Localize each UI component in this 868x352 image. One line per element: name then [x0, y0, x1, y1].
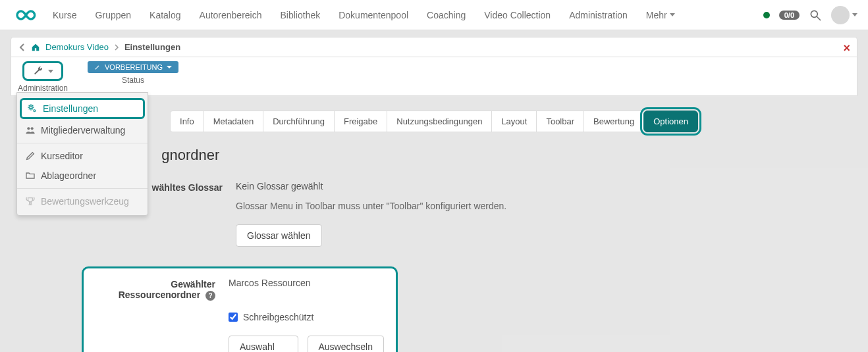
admin-dropdown-menu: Einstellungen Mitgliederverwaltung Kurse… — [16, 92, 148, 216]
admin-tool: Administration — [18, 61, 68, 93]
top-nav: Kurse Gruppen Katalog Autorenbereich Bib… — [0, 0, 868, 30]
nav-item-coaching[interactable]: Coaching — [427, 10, 466, 20]
dropdown-item-label: Mitgliederverwaltung — [41, 125, 125, 136]
edit-icon — [25, 151, 36, 161]
search-icon — [809, 9, 822, 22]
dropdown-item-bewertungswerkzeug[interactable]: Bewertungswerkzeug — [17, 191, 148, 211]
glossar-content: Kein Glossar gewählt Glossar Menu in Too… — [236, 181, 857, 247]
nav-right: 0/0 — [763, 6, 857, 24]
dropdown-separator — [17, 143, 148, 143]
online-status-dot — [763, 12, 770, 18]
svg-point-2 — [30, 106, 32, 109]
search-button[interactable] — [809, 9, 822, 22]
tab-optionen[interactable]: Optionen — [643, 111, 698, 132]
glossar-choose-button[interactable]: Glossar wählen — [236, 224, 322, 247]
section-title-suffix: gnordner — [161, 147, 219, 163]
tab-bewertung[interactable]: Bewertung — [583, 111, 644, 132]
nav-item-bibliothek[interactable]: Bibliothek — [281, 10, 321, 20]
nav-item-mehr-label: Mehr — [646, 10, 667, 20]
readonly-row: Schreibgeschützt — [229, 312, 384, 322]
svg-line-1 — [817, 16, 821, 20]
status-tool-label: Status — [122, 76, 144, 85]
chevron-right-icon — [114, 44, 119, 51]
resource-label-text: Gewählter Ressourcenordner — [119, 279, 215, 300]
breadcrumb-course[interactable]: Demokurs Video — [45, 42, 109, 52]
gears-icon — [27, 103, 38, 114]
dropdown-item-label: Ablageordner — [41, 170, 96, 181]
svg-point-5 — [31, 127, 34, 130]
caret-down-icon — [852, 13, 857, 16]
wrench-icon — [32, 66, 44, 76]
nav-item-mehr[interactable]: Mehr — [646, 10, 675, 20]
tab-layout[interactable]: Layout — [491, 111, 537, 132]
tab-nutzungsbedingungen[interactable]: Nutzungsbedingungen — [387, 111, 492, 132]
dropdown-item-kurseditor[interactable]: Kurseditor — [17, 146, 148, 166]
admin-dropdown-button[interactable] — [22, 61, 63, 81]
resource-label: Gewählter Ressourcenordner ? — [90, 278, 215, 301]
folder-icon — [25, 170, 36, 181]
notification-badge[interactable]: 0/0 — [779, 11, 800, 20]
pencil-icon — [94, 64, 101, 70]
dropdown-item-mitglieder[interactable]: Mitgliederverwaltung — [17, 120, 148, 140]
svg-point-4 — [27, 127, 30, 130]
nav-item-katalog[interactable]: Katalog — [149, 10, 180, 20]
resource-value: Marcos Ressourcen — [229, 278, 384, 288]
close-button[interactable]: × — [843, 41, 850, 55]
glossar-value: Kein Glossar gewählt — [236, 181, 857, 191]
help-icon[interactable]: ? — [205, 291, 215, 301]
dropdown-item-label: Kurseditor — [41, 151, 83, 161]
dropdown-item-label: Bewertungswerkzeug — [41, 196, 129, 207]
status-pill[interactable]: VORBEREITUNG — [88, 61, 178, 73]
svg-point-3 — [34, 110, 36, 112]
home-icon[interactable] — [31, 43, 40, 52]
svg-point-0 — [811, 11, 817, 17]
resource-folder-panel: Gewählter Ressourcenordner ? Marcos Ress… — [82, 266, 398, 352]
breadcrumb: Demokurs Video Einstellungen × — [11, 37, 857, 57]
dropdown-item-einstellungen[interactable]: Einstellungen — [20, 98, 145, 119]
admin-tool-label: Administration — [18, 84, 68, 93]
nav-item-autorenbereich[interactable]: Autorenbereich — [200, 10, 262, 20]
avatar — [831, 6, 850, 24]
chevron-left-icon — [19, 43, 26, 51]
nav-item-kurse[interactable]: Kurse — [53, 10, 77, 20]
clear-selection-button[interactable]: Auswahl löschen — [229, 336, 298, 352]
readonly-label: Schreibgeschützt — [243, 312, 313, 322]
caret-down-icon — [167, 66, 172, 68]
tab-durchfuehrung[interactable]: Durchführung — [263, 111, 335, 132]
users-icon — [25, 125, 36, 136]
toolbar: Administration VORBEREITUNG Status — [11, 57, 857, 96]
tab-info[interactable]: Info — [170, 111, 204, 132]
status-tool: VORBEREITUNG Status — [88, 61, 178, 85]
status-value: VORBEREITUNG — [105, 63, 163, 71]
nav-item-video-collection[interactable]: Video Collection — [484, 10, 551, 20]
nav-item-gruppen[interactable]: Gruppen — [95, 10, 131, 20]
readonly-checkbox[interactable] — [229, 313, 238, 322]
breadcrumb-back[interactable] — [19, 43, 26, 51]
trophy-icon — [25, 196, 36, 207]
tab-toolbar[interactable]: Toolbar — [536, 111, 584, 132]
infinity-logo-icon — [11, 7, 37, 23]
caret-down-icon — [670, 13, 675, 16]
swap-button[interactable]: Auswechseln — [308, 336, 385, 352]
dropdown-item-ablageordner[interactable]: Ablageordner — [17, 166, 148, 186]
dropdown-separator — [17, 188, 148, 189]
nav-item-dokumentenpool[interactable]: Dokumentenpool — [339, 10, 408, 20]
caret-down-icon — [48, 70, 53, 73]
tab-metadaten[interactable]: Metadaten — [203, 111, 263, 132]
logo[interactable] — [11, 7, 37, 23]
nav-item-administration[interactable]: Administration — [569, 10, 628, 20]
breadcrumb-current: Einstellungen — [124, 42, 180, 52]
nav-items: Kurse Gruppen Katalog Autorenbereich Bib… — [53, 10, 763, 20]
dropdown-item-label: Einstellungen — [43, 103, 98, 114]
glossar-note: Glossar Menu in Toolbar muss unter "Tool… — [236, 201, 857, 211]
user-menu[interactable] — [831, 6, 857, 24]
tab-freigabe[interactable]: Freigabe — [334, 111, 387, 132]
